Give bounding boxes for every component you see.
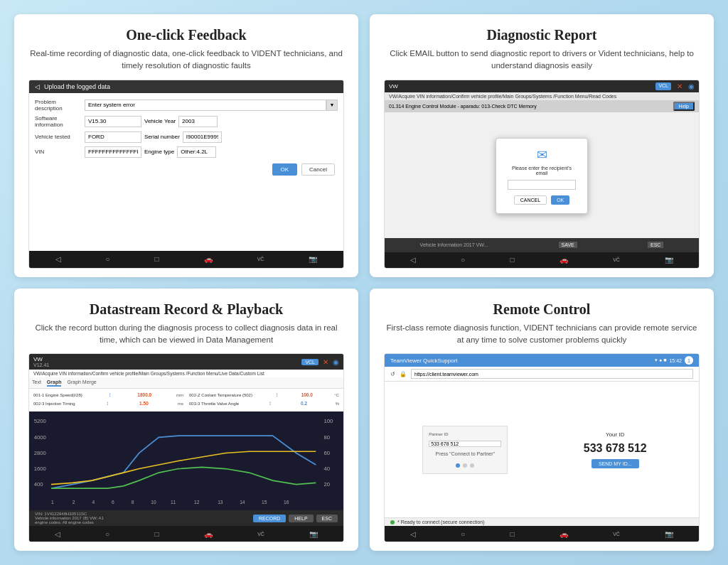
- back-arrow-icon: ◁: [35, 83, 40, 90]
- rc-your-id-label: Your ID: [606, 431, 624, 438]
- email-input[interactable]: [508, 180, 576, 190]
- svg-text:100: 100: [323, 418, 333, 424]
- ds-data-arrow-2: ↕: [275, 392, 278, 398]
- problem-input-group: ▼: [85, 99, 338, 111]
- serial-input[interactable]: [183, 131, 222, 143]
- ds-nav-vc[interactable]: VČ: [257, 532, 264, 537]
- svg-text:4000: 4000: [34, 434, 46, 441]
- vehicle-year-label: Vehicle Year: [144, 118, 176, 124]
- nav-vc-icon[interactable]: VČ: [257, 257, 264, 262]
- nav-home-icon[interactable]: ○: [106, 255, 110, 263]
- tab-graph[interactable]: Graph: [47, 379, 62, 387]
- feedback-topbar: ◁ Upload the logged data: [29, 80, 343, 93]
- svg-text:4: 4: [92, 500, 95, 505]
- feedback-row-software: Software information Vehicle Year: [35, 115, 338, 128]
- ds-breadcrumb: VW/Acquire VIN information/Confirm vehic…: [29, 370, 343, 377]
- rc-dot-2: [463, 463, 467, 468]
- diag-topbar: VW VCL ✕ ◉: [385, 80, 699, 92]
- card-desc-datastream: Click the record button during the diagn…: [28, 322, 344, 347]
- ds-nav-back[interactable]: ◁: [55, 530, 60, 538]
- ds-nav-square[interactable]: □: [154, 530, 159, 538]
- svg-text:14: 14: [240, 500, 245, 505]
- tab-graph-merge[interactable]: Graph Merge: [67, 379, 96, 387]
- rc-topbar: TeamViewer QuickSupport ▾ ● ■ 15:42 1: [385, 354, 699, 367]
- ds-top-icons: VCL ✕ ◉: [301, 358, 339, 366]
- ok-button[interactable]: OK: [272, 163, 298, 176]
- ds-data-arrow-1: ↕: [109, 392, 112, 398]
- rc-nav-square[interactable]: □: [510, 530, 514, 538]
- ds-chart-area: 5200 4000 2800 1600 400 100 80 60 40 20: [29, 411, 343, 510]
- diag-nav-camera[interactable]: 📷: [665, 256, 673, 264]
- cancel-button[interactable]: Cancel: [301, 163, 335, 176]
- rc-nav-car[interactable]: 🚗: [560, 530, 568, 538]
- ds-nav-camera[interactable]: 📷: [309, 530, 318, 538]
- diag-content: 01.314 Engine Control Module - aparadu: …: [385, 100, 699, 238]
- dropdown-arrow-icon[interactable]: ▼: [326, 99, 338, 111]
- ds-help-button[interactable]: HELP: [289, 515, 313, 522]
- svg-text:1600: 1600: [34, 466, 46, 472]
- rc-wifi-icon: ▾ ● ■: [655, 357, 666, 363]
- nav-car-icon[interactable]: 🚗: [204, 255, 213, 263]
- rc-browser-bar: ↺ 🔒: [385, 367, 699, 382]
- card-title-feedback: One-click Feedback: [126, 27, 246, 43]
- diag-top-icons: VCL ✕ ◉: [655, 82, 695, 90]
- email-cancel-button[interactable]: CANCEL: [514, 195, 547, 205]
- svg-text:20: 20: [323, 481, 330, 488]
- rc-send-button[interactable]: SEND MY ID...: [592, 459, 639, 468]
- card-one-click-feedback: One-click Feedback Real-time recording o…: [14, 14, 358, 277]
- rc-nav-camera[interactable]: 📷: [665, 530, 673, 538]
- problem-input[interactable]: [85, 99, 326, 111]
- diag-nav-car[interactable]: 🚗: [560, 256, 568, 264]
- diag-nav-square[interactable]: □: [510, 256, 514, 264]
- diag-bottom-text: Vehicle Information 2017 VW...: [420, 242, 488, 247]
- engine-type-input[interactable]: [177, 146, 216, 158]
- tab-text[interactable]: Text: [32, 379, 41, 387]
- diag-navbar: ◁ ○ □ 🚗 VČ 📷: [385, 252, 699, 268]
- card-desc-feedback: Real-time recording of diagnostic data, …: [28, 48, 344, 72]
- rc-partner-input[interactable]: [429, 441, 501, 447]
- screenshot-diagnostic: VW VCL ✕ ◉ VW/Acquire VIN information/Co…: [384, 80, 700, 269]
- diag-icon2: ✕: [677, 82, 682, 90]
- record-button[interactable]: RECORD: [253, 515, 286, 522]
- ds-vw-version: VW V12.41: [33, 356, 49, 367]
- card-title-remote: Remote Control: [493, 301, 591, 318]
- diag-nav-vc[interactable]: VČ: [613, 257, 620, 262]
- ds-esc-button[interactable]: ESC: [316, 515, 338, 522]
- diag-nav-back[interactable]: ◁: [410, 256, 416, 264]
- serial-label: Serial number: [144, 134, 180, 140]
- rc-nav-back[interactable]: ◁: [410, 530, 416, 538]
- rc-center-panel: Partner ID Press "Connect to Partner": [385, 382, 699, 517]
- nav-camera-icon[interactable]: 📷: [309, 255, 317, 263]
- diag-vw-label: VW: [389, 83, 398, 90]
- ds-cell-3: 002-3 Injection Timing ↕ 1.50 ms: [33, 400, 183, 407]
- feedback-row-vehicle: Vehicle tested Serial number: [35, 131, 338, 143]
- diag-nav-home[interactable]: ○: [461, 256, 465, 264]
- ds-data-arrow-4: ↕: [269, 400, 272, 407]
- vin-input[interactable]: [85, 146, 141, 158]
- ds-data-row-2: 002-3 Injection Timing ↕ 1.50 ms 003-3 T…: [33, 400, 339, 407]
- rc-status-bar: * Ready to connect (secure connection): [385, 517, 699, 526]
- rc-time: 15:42: [669, 358, 682, 363]
- diag-esc-btn[interactable]: ESC: [648, 242, 663, 248]
- rc-nav-home[interactable]: ○: [461, 530, 465, 538]
- software-input[interactable]: [85, 116, 141, 127]
- vehicle-tested-input[interactable]: [85, 131, 141, 143]
- ds-nav-home[interactable]: ○: [105, 530, 109, 538]
- feedback-navbar: ◁ ○ □ 🚗 VČ 📷: [29, 251, 343, 268]
- diag-save-btn[interactable]: SAVE: [559, 242, 577, 248]
- email-ok-button[interactable]: OK: [551, 195, 569, 205]
- feedback-form: Problem description ▼ Software informati…: [29, 93, 343, 251]
- diag-help-button[interactable]: Help: [673, 102, 695, 111]
- ds-data-table: 001-1 Engine Speed(I/28) ↕ 1800.0 mm 002…: [29, 389, 343, 411]
- svg-text:40: 40: [323, 466, 330, 472]
- rc-app-label: TeamViewer QuickSupport: [390, 357, 458, 364]
- rc-url-input[interactable]: [411, 369, 693, 379]
- rc-status-text: * Ready to connect (secure connection): [397, 520, 485, 524]
- nav-back-icon[interactable]: ◁: [55, 255, 61, 263]
- vehicle-year-input[interactable]: [178, 116, 218, 127]
- diag-bottom-bar: Vehicle Information 2017 VW... SAVE ESC: [385, 238, 699, 252]
- nav-square-icon[interactable]: □: [155, 255, 159, 263]
- rc-nav-vc[interactable]: VČ: [613, 532, 620, 537]
- ds-nav-car[interactable]: 🚗: [204, 530, 213, 538]
- rc-reload-icon: ↺: [390, 371, 395, 377]
